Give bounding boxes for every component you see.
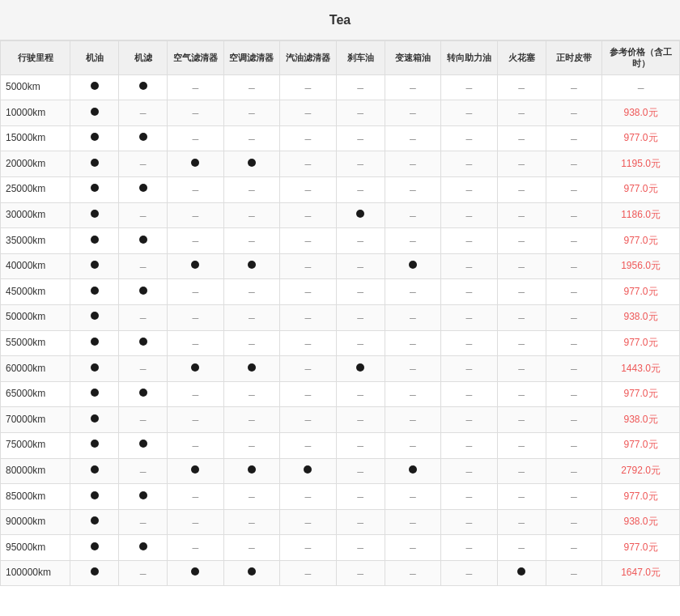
cell-hh-9: – — [497, 304, 546, 330]
cell-kt-19 — [223, 560, 280, 586]
cell-sc-11 — [336, 356, 385, 382]
cell-zx-4: – — [441, 176, 498, 202]
dash-icon: – — [193, 388, 199, 401]
cell-bs-10: – — [385, 330, 441, 356]
cell-kq-8: – — [168, 279, 224, 305]
maintenance-table: 行驶里程机油机滤空气滤清器空调滤清器汽油滤清器刹车油变速箱油转向助力油火花塞正时… — [0, 40, 680, 586]
dash-icon: – — [193, 106, 199, 119]
cell-qy-2: – — [280, 125, 337, 151]
dot-icon — [191, 261, 199, 269]
cell-sc-16: – — [336, 484, 385, 510]
cell-kt-13: – — [223, 407, 280, 433]
cell-kq-15 — [168, 458, 224, 484]
cell-zx-14: – — [441, 432, 498, 458]
table-row: 65000km––––––––977.0元 — [1, 381, 680, 407]
cell-jl-19: – — [119, 560, 168, 586]
cell-mileage-10: 55000km — [1, 330, 70, 356]
dash-icon: – — [305, 439, 312, 452]
cell-sc-5 — [336, 202, 385, 228]
cell-jy-17 — [70, 509, 119, 535]
table-body: 5000km–––––––––10000km–––––––––938.0元150… — [1, 74, 680, 586]
dash-icon: – — [465, 285, 472, 298]
table-row: 40000km––––––1956.0元 — [1, 253, 680, 279]
table-header: 行驶里程机油机滤空气滤清器空调滤清器汽油滤清器刹车油变速箱油转向助力油火花塞正时… — [1, 41, 680, 75]
cell-jy-9 — [70, 304, 119, 330]
cell-zs-13: – — [546, 407, 602, 433]
dash-icon: – — [357, 465, 363, 478]
cell-zs-18: – — [546, 535, 602, 561]
dot-icon — [356, 210, 364, 218]
cell-jy-8 — [70, 279, 119, 305]
dash-icon: – — [357, 311, 363, 324]
dot-icon — [139, 236, 147, 244]
dash-icon: – — [410, 81, 416, 94]
cell-bs-5: – — [385, 202, 441, 228]
cell-kt-5: – — [223, 202, 280, 228]
dash-icon: – — [410, 362, 416, 375]
cell-bs-6: – — [385, 228, 441, 254]
cell-price-6: 977.0元 — [602, 228, 680, 254]
cell-kt-0: – — [223, 74, 280, 100]
cell-zs-9: – — [546, 304, 602, 330]
dash-icon: – — [518, 413, 525, 426]
dash-icon: – — [305, 362, 312, 375]
dot-icon — [304, 465, 312, 474]
cell-mileage-5: 30000km — [1, 202, 70, 228]
cell-jl-2 — [119, 125, 168, 151]
cell-jl-3: – — [119, 151, 168, 177]
cell-hh-4: – — [497, 176, 546, 202]
col-header-4: 空调滤清器 — [223, 41, 280, 75]
cell-price-11: 1443.0元 — [602, 356, 680, 382]
cell-jy-7 — [70, 253, 119, 279]
cell-qy-8: – — [280, 279, 337, 305]
cell-bs-13: – — [385, 407, 441, 433]
cell-mileage-3: 20000km — [1, 151, 70, 177]
dot-icon — [191, 159, 199, 167]
cell-kq-7 — [168, 253, 224, 279]
cell-zs-12: – — [546, 381, 602, 407]
cell-zx-9: – — [441, 304, 498, 330]
cell-qy-7: – — [280, 253, 337, 279]
cell-price-17: 938.0元 — [602, 509, 680, 535]
cell-kq-4: – — [168, 176, 224, 202]
cell-sc-12: – — [336, 381, 385, 407]
cell-qy-15 — [280, 458, 337, 484]
cell-price-1: 938.0元 — [602, 100, 680, 126]
dash-icon: – — [305, 157, 312, 170]
cell-zs-2: – — [546, 125, 602, 151]
cell-mileage-0: 5000km — [1, 74, 70, 100]
cell-qy-4: – — [280, 176, 337, 202]
cell-kq-19 — [168, 560, 224, 586]
cell-price-12: 977.0元 — [602, 381, 680, 407]
cell-kt-18: – — [223, 535, 280, 561]
cell-hh-0: – — [497, 74, 546, 100]
cell-kt-4: – — [223, 176, 280, 202]
cell-mileage-18: 95000km — [1, 535, 70, 561]
cell-bs-9: – — [385, 304, 441, 330]
dash-icon: – — [193, 209, 199, 222]
cell-jy-3 — [70, 151, 119, 177]
cell-zs-4: – — [546, 176, 602, 202]
dash-icon: – — [571, 260, 577, 273]
cell-hh-10: – — [497, 330, 546, 356]
dot-icon — [91, 491, 99, 499]
dash-icon: – — [249, 337, 255, 350]
header-bar: Tea — [0, 0, 680, 40]
cell-zs-15: – — [546, 458, 602, 484]
dash-icon: – — [518, 132, 525, 145]
cell-jy-10 — [70, 330, 119, 356]
dash-icon: – — [410, 132, 416, 145]
cell-jl-10 — [119, 330, 168, 356]
dash-icon: – — [410, 490, 416, 503]
cell-kq-12: – — [168, 381, 224, 407]
dash-icon: – — [571, 439, 577, 452]
cell-zx-1: – — [441, 100, 498, 126]
table-row: 60000km––––––1443.0元 — [1, 356, 680, 382]
cell-zx-17: – — [441, 509, 498, 535]
dash-icon: – — [305, 234, 312, 247]
dot-icon — [91, 261, 99, 269]
dot-icon — [139, 389, 147, 397]
dash-icon: – — [410, 388, 416, 401]
dash-icon: – — [305, 260, 312, 273]
dash-icon: – — [193, 132, 199, 145]
